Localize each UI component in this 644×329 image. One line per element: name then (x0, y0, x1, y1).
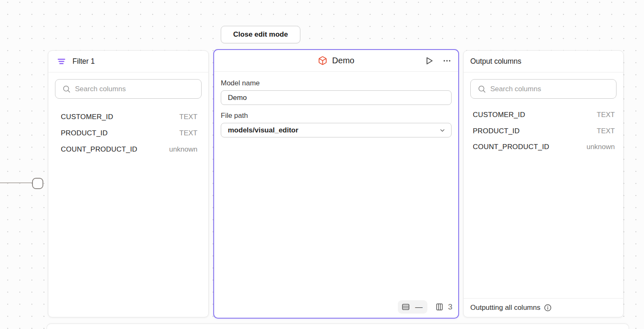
column-type: TEXT (597, 127, 615, 135)
column-row[interactable]: PRODUCT_ID TEXT (48, 125, 208, 141)
column-row[interactable]: CUSTOMER_ID TEXT (464, 107, 623, 123)
column-row[interactable]: PRODUCT_ID TEXT (464, 123, 623, 140)
output-search-input[interactable] (490, 85, 611, 93)
table-columns-icon (435, 302, 444, 312)
filter-column-list: CUSTOMER_ID TEXT PRODUCT_ID TEXT COUNT_P… (48, 105, 208, 157)
filter-panel-title: Filter 1 (72, 57, 95, 66)
column-type: TEXT (597, 111, 615, 119)
output-columns-panel: Output columns CUSTOMER_ID TEXT PRODUCT_… (463, 50, 624, 317)
close-edit-mode-button[interactable]: Close edit mode (221, 26, 300, 43)
column-name: COUNT_PRODUCT_ID (473, 143, 549, 151)
file-path-select[interactable]: models/visual_editor (221, 123, 452, 137)
column-type: unknown (587, 143, 615, 151)
column-name: PRODUCT_ID (61, 129, 108, 137)
column-name: PRODUCT_ID (473, 127, 520, 135)
model-panel-header: Demo (214, 50, 458, 72)
file-path-value: models/visual_editor (228, 126, 298, 135)
column-count-value: 3 (448, 302, 452, 312)
row-count-stat: — (398, 300, 427, 314)
column-type: TEXT (180, 129, 197, 137)
column-name: CUSTOMER_ID (61, 113, 113, 121)
output-panel-footer: Outputting all columns (464, 298, 623, 317)
cube-icon (318, 56, 327, 65)
play-icon[interactable] (424, 56, 434, 66)
model-stats-footer: — 3 (398, 300, 452, 314)
column-name: CUSTOMER_ID (473, 111, 525, 119)
model-name-label: Model name (221, 79, 452, 87)
model-node-panel: Demo Model name File path models/visual_… (213, 49, 459, 319)
file-path-label: File path (221, 112, 452, 120)
filter-panel-header: Filter 1 (48, 51, 208, 72)
column-row[interactable]: CUSTOMER_ID TEXT (48, 109, 208, 125)
column-type: unknown (169, 145, 197, 154)
bottom-preview-panel[interactable] (47, 324, 629, 329)
filter-search-input[interactable] (75, 85, 196, 93)
search-icon (62, 85, 71, 93)
column-type: TEXT (180, 113, 197, 121)
model-panel-body: Model name File path models/visual_edito… (214, 72, 458, 318)
column-name: COUNT_PRODUCT_ID (61, 145, 137, 154)
filter-lines-icon (57, 57, 66, 66)
model-panel-title: Demo (332, 56, 354, 65)
row-count-value: — (415, 303, 422, 311)
table-rows-icon (401, 302, 410, 312)
column-row[interactable]: COUNT_PRODUCT_ID unknown (464, 139, 623, 155)
column-count-stat: 3 (435, 302, 452, 312)
info-icon[interactable] (544, 304, 552, 312)
output-panel-header: Output columns (464, 51, 623, 72)
model-name-field[interactable] (221, 90, 452, 105)
outputting-all-columns-text: Outputting all columns (470, 304, 540, 312)
edge-connection-handle[interactable] (32, 178, 43, 189)
column-row[interactable]: COUNT_PRODUCT_ID unknown (48, 141, 208, 157)
filter-node-panel: Filter 1 CUSTOMER_ID TEXT PRODUCT_ID TEX… (48, 50, 209, 317)
output-panel-title: Output columns (470, 57, 522, 66)
output-search-box[interactable] (470, 79, 617, 99)
model-header-actions (424, 50, 452, 71)
filter-search-box[interactable] (55, 79, 202, 99)
search-icon (477, 85, 486, 93)
chevron-down-icon (439, 127, 445, 133)
output-column-list: CUSTOMER_ID TEXT PRODUCT_ID TEXT COUNT_P… (464, 105, 623, 155)
ellipsis-icon[interactable] (442, 56, 452, 65)
edge-connector-line (0, 182, 33, 183)
